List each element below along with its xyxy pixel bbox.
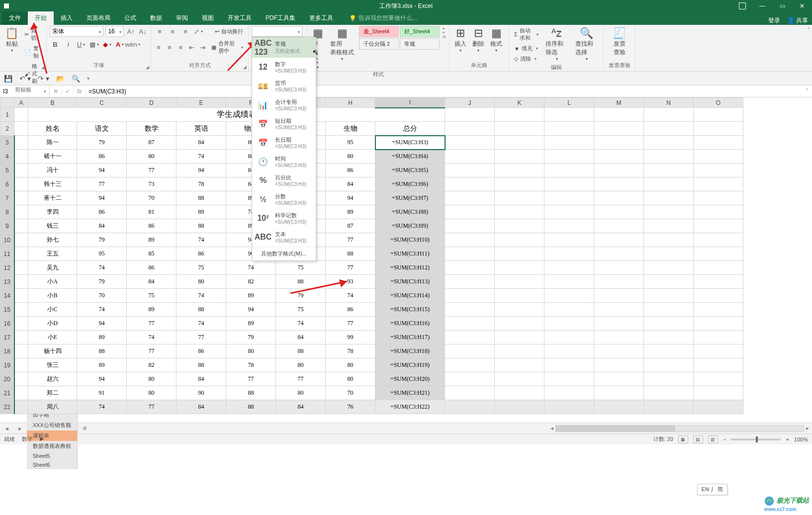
cell[interactable]: 89: [77, 331, 127, 344]
select-all-corner[interactable]: [0, 98, 14, 108]
font-size-select[interactable]: 16: [105, 26, 124, 37]
cell[interactable]: 吴九: [28, 261, 77, 275]
phonetic-icon[interactable]: wén: [127, 39, 138, 50]
cell[interactable]: 80: [127, 386, 177, 400]
numfmt-会计专用[interactable]: 📊会计专用=SUM(C3:H3): [252, 95, 316, 114]
row-header-8[interactable]: 8: [0, 205, 14, 219]
share-button[interactable]: 👤 共享: [787, 16, 808, 25]
cell[interactable]: 95: [77, 247, 127, 261]
add-sheet-icon[interactable]: ⊕: [78, 425, 92, 431]
cell[interactable]: 88: [177, 219, 226, 233]
delete-cells-button[interactable]: ⊟删除▾: [470, 26, 486, 54]
cell[interactable]: 杨十四: [28, 344, 77, 358]
cell[interactable]: 88: [177, 303, 226, 317]
row-header-3[interactable]: 3: [0, 136, 14, 150]
font-name-select[interactable]: 宋体: [50, 26, 103, 37]
cell[interactable]: =SUM(C3:H12): [375, 261, 445, 275]
cell[interactable]: 74: [326, 289, 375, 303]
border-icon[interactable]: ▦: [89, 39, 99, 50]
cell[interactable]: 小B: [28, 289, 77, 303]
cell[interactable]: 小A: [28, 275, 77, 289]
cell[interactable]: 89: [226, 317, 276, 331]
cell[interactable]: 74: [127, 331, 177, 344]
numfmt-more[interactable]: 其他数字格式(M)...: [252, 247, 316, 260]
cell[interactable]: =SUM(C3:H11): [375, 247, 445, 261]
table-format-button[interactable]: ▦套用 表格格式▾: [328, 26, 356, 62]
cell[interactable]: 孙七: [28, 233, 77, 247]
collapse-ribbon-icon[interactable]: ˄: [807, 27, 810, 34]
col-header-O[interactable]: O: [694, 98, 743, 108]
cell[interactable]: 74: [177, 233, 226, 247]
numfmt-长日期[interactable]: 📅长日期=SUM(C3:H3): [252, 133, 316, 152]
cell[interactable]: 77: [326, 233, 375, 247]
insert-cells-button[interactable]: ⊞插入▾: [452, 26, 468, 54]
cell[interactable]: 94: [226, 303, 276, 317]
cell[interactable]: =SUM(C3:H8): [375, 205, 445, 219]
cell[interactable]: 韩十三: [28, 177, 77, 191]
align-center-icon[interactable]: ≡: [165, 42, 174, 53]
cell[interactable]: 94: [77, 164, 127, 177]
cell[interactable]: 80: [127, 372, 177, 386]
numfmt-短日期[interactable]: 📅短日期=SUM(C3:H3): [252, 114, 316, 133]
cell[interactable]: 94: [77, 191, 127, 205]
cell[interactable]: 冯十: [28, 164, 77, 177]
cell[interactable]: 77: [326, 261, 375, 275]
cell[interactable]: 77: [276, 372, 326, 386]
cell[interactable]: 88: [326, 247, 375, 261]
print-preview-icon[interactable]: 🔍: [72, 75, 80, 83]
cell[interactable]: =SUM(C3:H5): [375, 164, 445, 177]
cell[interactable]: 86: [177, 247, 226, 261]
zoom-out-icon[interactable]: −: [723, 436, 726, 442]
cell[interactable]: 74: [177, 150, 226, 164]
cell[interactable]: 74: [177, 317, 226, 331]
find-select-button[interactable]: 🔍查找和选择▾: [573, 26, 600, 62]
cell[interactable]: 93: [326, 275, 375, 289]
cell[interactable]: 86: [326, 164, 375, 177]
decrease-font-icon[interactable]: A↓: [138, 26, 148, 37]
align-right-icon[interactable]: ≡: [176, 42, 185, 53]
sort-filter-button[interactable]: ᴬᴢ排序和筛选▾: [543, 26, 570, 62]
cell[interactable]: 蒋十二: [28, 191, 77, 205]
tab-公式[interactable]: 公式: [117, 11, 143, 25]
cell[interactable]: 80: [177, 275, 226, 289]
col-header-B[interactable]: B: [28, 98, 77, 108]
orientation-icon[interactable]: ⤢: [193, 26, 204, 37]
cell[interactable]: 78: [326, 344, 375, 358]
cell[interactable]: 94: [77, 317, 127, 331]
cell[interactable]: 80: [326, 358, 375, 372]
cell[interactable]: 84: [177, 372, 226, 386]
cell[interactable]: 94: [77, 372, 127, 386]
cell[interactable]: 86: [77, 205, 127, 219]
row-header-15[interactable]: 15: [0, 303, 14, 317]
cell[interactable]: =SUM(C3:H22): [375, 400, 445, 414]
cell[interactable]: 88: [177, 191, 226, 205]
row-header-21[interactable]: 21: [0, 386, 14, 400]
cell[interactable]: 80: [127, 150, 177, 164]
row-header-6[interactable]: 6: [0, 177, 14, 191]
cell[interactable]: 88: [276, 275, 326, 289]
cell[interactable]: 88: [226, 400, 276, 414]
close-icon[interactable]: ✕: [792, 0, 812, 12]
cell[interactable]: 79: [276, 289, 326, 303]
cell[interactable]: 88: [77, 344, 127, 358]
cell[interactable]: 79: [226, 331, 276, 344]
row-header-4[interactable]: 4: [0, 150, 14, 164]
cell[interactable]: 77: [127, 317, 177, 331]
cell[interactable]: 99: [326, 331, 375, 344]
cut-button[interactable]: ✂剪切: [22, 26, 43, 43]
cell[interactable]: 76: [326, 400, 375, 414]
dialog-launcher-icon[interactable]: ◢: [243, 65, 247, 70]
tab-PDF工具集[interactable]: PDF工具集: [259, 11, 302, 25]
style-comma[interactable]: 千位分隔 2: [359, 38, 399, 50]
dialog-launcher-icon[interactable]: ◢: [41, 65, 45, 70]
cell[interactable]: =SUM(C3:H19): [375, 358, 445, 372]
cell[interactable]: =SUM(C3:H13): [375, 275, 445, 289]
cell[interactable]: 74: [177, 289, 226, 303]
cell[interactable]: =SUM(C3:H15): [375, 303, 445, 317]
tab-审阅[interactable]: 审阅: [169, 11, 195, 25]
italic-icon[interactable]: I: [63, 39, 74, 50]
font-color-icon[interactable]: A: [114, 39, 125, 50]
row-header-1[interactable]: 1: [0, 108, 14, 122]
sheet-tab-Sheet5[interactable]: Sheet5: [27, 451, 78, 460]
bold-icon[interactable]: B: [50, 39, 61, 50]
